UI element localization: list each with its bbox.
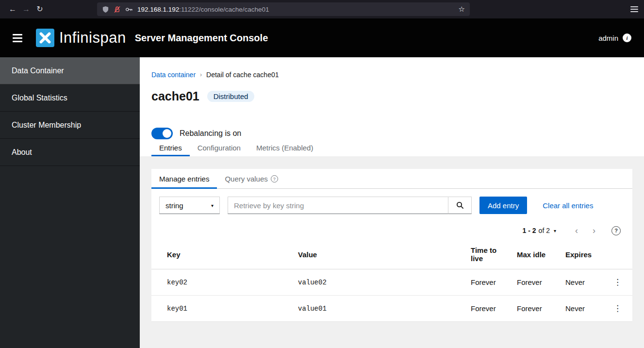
breadcrumb: Data container › Detail of cache cache01 — [151, 71, 632, 79]
column-header-max-idle: Max idle — [511, 239, 560, 269]
search-icon — [456, 201, 464, 209]
sidebar-item-global-statistics[interactable]: Global Statistics — [0, 84, 140, 112]
breadcrumb-current: Detail of cache cache01 — [206, 71, 279, 79]
column-header-value: Value — [292, 239, 465, 269]
app-masthead: Infinispan Server Management Console adm… — [0, 18, 644, 57]
browser-forward-button[interactable]: → — [19, 2, 33, 16]
url-text[interactable]: 192.168.1.192:11222/console/cache/cache0… — [137, 6, 454, 13]
table-header-row: Key Value Time to live Max idle Expires — [151, 239, 632, 269]
entries-card-tabs: Manage entries Query values ? — [151, 169, 632, 189]
browser-menu-icon[interactable] — [630, 6, 638, 12]
cache-detail-header: Data container › Detail of cache cache01… — [140, 57, 644, 156]
breadcrumb-link-data-container[interactable]: Data container — [151, 71, 196, 79]
next-page-button[interactable]: › — [585, 226, 603, 235]
entries-toolbar: string ▾ Add entry — [151, 189, 632, 218]
pagination-total: of 2 — [539, 227, 550, 234]
masthead-user-area: admin i — [598, 33, 631, 42]
infinispan-logo-icon — [36, 29, 54, 47]
rebalancing-toggle[interactable] — [151, 128, 173, 139]
cell-expires: Never — [560, 296, 603, 322]
infinispan-brand[interactable]: Infinispan — [36, 29, 126, 47]
main-area: Data container › Detail of cache cache01… — [140, 57, 644, 348]
cell-value: value01 — [292, 296, 465, 322]
title-row: cache01 Distributed — [151, 89, 632, 103]
nav-toggle-icon[interactable] — [13, 34, 22, 42]
cell-ttl: Forever — [465, 269, 511, 296]
tab-query-values[interactable]: Query values ? — [217, 169, 285, 188]
previous-page-button[interactable]: ‹ — [568, 226, 585, 235]
add-entry-button[interactable]: Add entry — [479, 197, 527, 214]
app-window: ← → ↻ 192.168.1.192:11222/console/cache/… — [0, 0, 644, 348]
insecure-lock-icon[interactable] — [114, 6, 121, 13]
row-actions-kebab-icon[interactable]: ⋮ — [613, 304, 622, 313]
cell-max-idle: Forever — [511, 296, 560, 322]
tab-manage-entries[interactable]: Manage entries — [151, 169, 217, 188]
cell-value: value02 — [292, 269, 465, 296]
chevron-down-icon: ▾ — [211, 203, 214, 208]
cell-key: key01 — [151, 296, 292, 322]
key-type-select-value: string — [165, 201, 183, 210]
rebalancing-row: Rebalancing is on — [151, 128, 632, 139]
cell-ttl: Forever — [465, 296, 511, 322]
browser-chrome: ← → ↻ 192.168.1.192:11222/console/cache/… — [0, 0, 644, 18]
pagination-range: 1 - 2 — [523, 227, 536, 234]
column-header-key: Key — [151, 239, 292, 269]
tab-manage-entries-label: Manage entries — [159, 175, 209, 183]
help-icon[interactable]: ? — [611, 226, 621, 235]
key-icon[interactable] — [125, 6, 133, 13]
key-search-group — [228, 197, 472, 214]
clear-all-entries-link[interactable]: Clear all entries — [543, 201, 593, 210]
address-bar[interactable]: 192.168.1.192:11222/console/cache/cache0… — [97, 2, 470, 16]
column-header-actions — [603, 239, 632, 269]
tab-configuration[interactable]: Configuration — [190, 139, 248, 156]
sidebar-nav: Data Container Global Statistics Cluster… — [0, 57, 140, 348]
cell-expires: Never — [560, 269, 603, 296]
page-title: cache01 — [151, 89, 199, 103]
entries-card: Manage entries Query values ? string ▾ — [151, 169, 632, 322]
brand-name: Infinispan — [59, 29, 126, 47]
toggle-knob — [163, 129, 171, 138]
question-circle-icon: ? — [271, 175, 278, 182]
user-name[interactable]: admin — [598, 34, 618, 42]
cell-max-idle: Forever — [511, 269, 560, 296]
rebalancing-label: Rebalancing is on — [180, 129, 241, 138]
browser-reload-button[interactable]: ↻ — [33, 2, 47, 16]
search-button[interactable] — [448, 197, 472, 214]
cache-type-badge: Distributed — [207, 91, 255, 102]
chevron-down-icon: ▾ — [554, 228, 556, 233]
cell-key: key02 — [151, 269, 292, 296]
tab-query-values-label: Query values — [225, 175, 267, 183]
content-section: Manage entries Query values ? string ▾ — [140, 156, 644, 348]
tab-metrics[interactable]: Metrics (Enabled) — [248, 139, 321, 156]
sidebar-item-cluster-membership[interactable]: Cluster Membership — [0, 112, 140, 139]
url-domain: 192.168.1.192 — [137, 6, 179, 13]
cache-detail-tabs: Entries Configuration Metrics (Enabled) — [151, 139, 632, 156]
breadcrumb-separator-icon: › — [200, 71, 202, 79]
bookmark-star-icon[interactable]: ☆ — [459, 5, 465, 14]
sidebar-item-data-container[interactable]: Data Container — [0, 57, 140, 84]
shield-permissions-icon[interactable] — [102, 6, 109, 13]
entries-table: Key Value Time to live Max idle Expires … — [151, 239, 632, 322]
console-title: Server Management Console — [135, 33, 268, 44]
info-icon[interactable]: i — [623, 33, 631, 42]
pagination-nav: ‹ › — [568, 226, 603, 235]
tab-entries[interactable]: Entries — [151, 139, 190, 156]
browser-back-button[interactable]: ← — [6, 2, 19, 16]
column-header-ttl: Time to live — [465, 239, 511, 269]
key-search-input[interactable] — [228, 197, 448, 214]
url-path: :11222/console/cache/cache01 — [179, 6, 269, 13]
pagination-range-menu[interactable]: 1 - 2 of 2 ▾ — [523, 227, 556, 234]
pagination: 1 - 2 of 2 ▾ ‹ › ? — [151, 218, 632, 236]
column-header-expires: Expires — [560, 239, 603, 269]
sidebar-item-about[interactable]: About — [0, 139, 140, 166]
row-actions-kebab-icon[interactable]: ⋮ — [613, 278, 622, 287]
key-type-select[interactable]: string ▾ — [159, 197, 220, 214]
table-row: key02 value02 Forever Forever Never ⋮ — [151, 269, 632, 296]
table-row: key01 value01 Forever Forever Never ⋮ — [151, 296, 632, 322]
